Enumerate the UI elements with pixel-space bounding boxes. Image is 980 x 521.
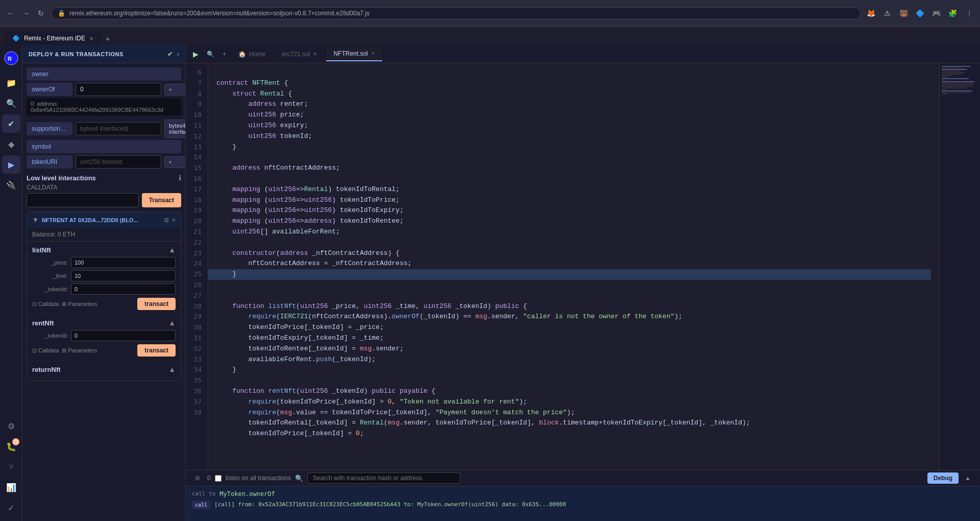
sidebar-item-compile[interactable]: ◆ — [2, 135, 20, 153]
menu-button[interactable]: ⋮ — [963, 7, 976, 19]
forward-button[interactable]: → — [19, 7, 33, 19]
rent-nft-title: rentNft — [32, 319, 54, 327]
editor-area: ▶ 🔍 + 🏠 Home erc721.sol ✕ NFTRent.sol ✕ … — [186, 45, 980, 521]
symbol-button[interactable]: symbol — [27, 140, 181, 153]
address-value: 0: address: 0x6e45A1210080C44246fa299106… — [31, 101, 163, 113]
list-nft-price-row: _price: — [32, 257, 176, 268]
info-icon[interactable]: ℹ — [179, 174, 181, 182]
return-nft-header[interactable]: returnNft ▲ — [32, 365, 176, 373]
rent-tokenid-input[interactable] — [71, 330, 176, 341]
chevron-down-icon-3: ▾ — [169, 159, 172, 165]
balance-text: Balance: 0 ETH — [32, 231, 75, 238]
extension-icon-2[interactable]: ⚠ — [881, 7, 893, 19]
list-nft-transact-btn[interactable]: transact — [137, 298, 176, 310]
tokenuri-dropdown[interactable]: ▾ — [164, 156, 185, 168]
analysis-icon: 📊 — [6, 483, 16, 492]
supports-dropdown[interactable]: bytes4 interfaceId ▾ — [164, 120, 185, 138]
rent-nft-tokenid-row: _tokenId: — [32, 330, 176, 341]
tab-close-icon[interactable]: ✕ — [89, 36, 93, 41]
active-tab[interactable]: 🔷 Remix - Ethereum IDE ✕ — [4, 32, 102, 45]
transaction-search-input[interactable] — [307, 472, 460, 484]
deploy-content: owner ownerOf ▾ 0: address: 0x6e45A12100… — [22, 63, 185, 521]
calldata-btn[interactable]: ⊡ Calldata — [32, 301, 59, 307]
rent-params-icon: ⊞ — [62, 347, 66, 354]
back-button[interactable]: ← — [4, 7, 17, 19]
return-nft-section: returnNft ▲ — [27, 361, 181, 381]
address-text: remix.ethereum.org/#optimize=false&runs=… — [69, 10, 370, 17]
tab-erc721-close-icon[interactable]: ✕ — [313, 51, 317, 57]
new-tab-button[interactable]: + — [103, 33, 113, 45]
calldata-input[interactable] — [27, 193, 139, 207]
rent-nft-header[interactable]: rentNft ▲ — [32, 319, 176, 327]
owner-button[interactable]: owner — [27, 67, 181, 81]
supports-input[interactable] — [76, 122, 161, 135]
collapse-contract-icon[interactable]: ▼ — [32, 216, 39, 224]
bottom-panel: ⊘ 0 listen on all transactions 🔍 Debug ▲… — [186, 470, 980, 521]
clear-console-btn[interactable]: ⊘ — [192, 473, 203, 483]
tokenid-input[interactable] — [71, 283, 176, 295]
copy-contract-icon[interactable]: ⧉ — [164, 217, 169, 224]
ownerof-dropdown[interactable]: ▾ — [164, 84, 185, 96]
rent-nft-transact-btn[interactable]: transact — [137, 344, 176, 357]
params-btn[interactable]: ⊞ Parameters — [62, 301, 97, 307]
tab-nftrent[interactable]: NFTRent.sol ✕ — [326, 47, 382, 61]
chevron-right-icon[interactable]: › — [177, 50, 179, 58]
sidebar-item-plugin[interactable]: 🔌 — [2, 176, 20, 194]
extension-icon-3[interactable]: 🐻 — [897, 7, 910, 19]
list-nft-section: listNft ▲ _price: _time: _tokenId: — [27, 242, 181, 315]
rent-params-btn[interactable]: ⊞ Parameters — [62, 347, 97, 354]
search-icon-bottom: 🔍 — [295, 475, 303, 482]
remix-logo[interactable]: R — [2, 49, 20, 67]
supports-button[interactable]: supportsIn... — [27, 122, 72, 135]
transact-button[interactable]: Transact — [142, 193, 181, 207]
supports-value: bytes4 interfaceId — [169, 123, 185, 135]
close-contract-icon[interactable]: × — [172, 217, 176, 224]
contract-icons: ⧉ × — [164, 217, 176, 224]
tab-home[interactable]: 🏠 Home — [231, 48, 273, 61]
sidebar-item-deploy[interactable]: ▶ — [2, 155, 20, 174]
minimap — [939, 63, 980, 470]
expand-console-btn[interactable]: ▲ — [962, 473, 974, 483]
tokenuri-button[interactable]: tokenURI — [27, 155, 72, 169]
extension-icon-4[interactable]: 🔷 — [914, 7, 926, 19]
list-nft-tokenid-row: _tokenId: — [32, 283, 176, 295]
list-nft-header[interactable]: listNft ▲ — [32, 246, 176, 254]
tokenuri-input[interactable] — [76, 155, 161, 169]
extension-icon-6[interactable]: 🧩 — [946, 7, 959, 19]
log-line-2: call [call] from: 0x52a33AC371b911Ec31C8… — [192, 501, 974, 509]
tab-nftrent-close-icon[interactable]: ✕ — [371, 51, 375, 56]
tab-erc721[interactable]: erc721.sol ✕ — [275, 48, 324, 61]
sidebar-item-file-manager[interactable]: 📁 — [2, 74, 20, 92]
zoom-in-btn[interactable]: + — [219, 49, 229, 59]
reload-button[interactable]: ↻ — [35, 7, 47, 19]
tab-home-label: Home — [249, 51, 265, 58]
search-toolbar-btn[interactable]: 🔍 — [204, 49, 217, 59]
contract-title: NFTRENT AT 0X2DA...72DD0 (BLO... — [42, 217, 161, 223]
ownerof-button[interactable]: ownerOf — [27, 83, 72, 96]
tab-label: Remix - Ethereum IDE — [24, 35, 85, 42]
sidebar-item-source-control[interactable]: ✔ — [2, 114, 20, 133]
sidebar-item-analysis[interactable]: 📊 — [2, 478, 20, 496]
clear-icon: ⊘ — [195, 475, 200, 482]
nav-controls: ← → ↻ — [4, 7, 47, 19]
sidebar-item-search[interactable]: 🔍 — [2, 94, 20, 112]
rent-nft-section: rentNft ▲ _tokenId: ⊡ Calldata ⊞ — [27, 315, 181, 361]
extension-icon-5[interactable]: 🎮 — [930, 7, 942, 19]
extension-icon-1[interactable]: 🦊 — [865, 7, 877, 19]
debug-button[interactable]: Debug — [927, 472, 959, 484]
ownerof-input[interactable] — [76, 83, 161, 96]
sidebar-item-testing[interactable]: ✓ — [2, 499, 20, 517]
run-toolbar-btn[interactable]: ▶ — [190, 49, 202, 60]
rent-calldata-btn[interactable]: ⊡ Calldata — [32, 347, 59, 354]
sidebar-item-debug[interactable]: 🐛 25 — [2, 437, 20, 456]
sidebar-item-settings[interactable]: ⚙ — [2, 417, 20, 435]
calldata-transact-row: Transact — [27, 193, 181, 207]
listen-checkbox[interactable] — [215, 475, 222, 482]
price-label: _price: — [32, 259, 68, 266]
compile-icon: ◆ — [8, 139, 14, 149]
sidebar-item-git[interactable]: ⑂ — [2, 458, 20, 476]
price-input[interactable] — [71, 257, 176, 268]
address-bar[interactable]: 🔒 remix.ethereum.org/#optimize=false&run… — [51, 7, 861, 19]
time-input[interactable] — [71, 270, 176, 281]
code-content[interactable]: contract NFTRent { struct Rental { addre… — [208, 63, 939, 470]
